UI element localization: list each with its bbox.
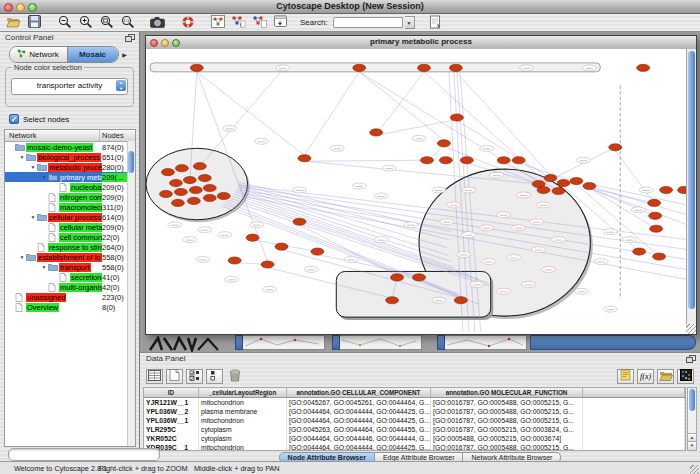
select-nodes-checkbox[interactable]: ✓: [9, 114, 19, 124]
network-node-label-chip[interactable]: [292, 187, 306, 193]
table-row[interactable]: YDR039C__1mitochondrion[GO:0044464, GO:0…: [144, 443, 685, 451]
network-node-label-chip[interactable]: [440, 219, 454, 225]
network-node-label-chip[interactable]: [552, 237, 566, 243]
new-network-from-selection-button[interactable]: [229, 15, 248, 31]
table-cell[interactable]: mitochondrion: [199, 416, 287, 425]
network-node[interactable]: [537, 186, 550, 193]
attribute-list-button[interactable]: [206, 369, 223, 384]
network-node-label-chip[interactable]: [432, 297, 446, 303]
network-node[interactable]: [413, 274, 426, 281]
background-window-sliver[interactable]: [332, 335, 422, 350]
node-color-combobox[interactable]: transporter activity ▲▼: [11, 78, 128, 95]
table-cell[interactable]: [GO:0044464, GO:0044444, GO:0044425, G..…: [287, 443, 431, 451]
table-cell[interactable]: cytoplasm: [199, 425, 287, 434]
tab-network-attribute-browser[interactable]: Network Attribute Browser: [463, 452, 561, 461]
table-cell[interactable]: YKR052C: [144, 434, 199, 443]
network-node[interactable]: [261, 261, 274, 268]
background-window-sliver[interactable]: [437, 335, 527, 350]
network-node-label-chip[interactable]: [537, 202, 551, 208]
network-node[interactable]: [660, 186, 673, 193]
table-cell[interactable]: mitochondrion: [199, 398, 287, 407]
table-cell[interactable]: [GO:0016787, GO:0005488, GO:0005215, G..…: [431, 407, 583, 416]
network-node-label-chip[interactable]: [183, 237, 197, 243]
network-node-label-chip[interactable]: [223, 125, 237, 131]
network-node[interactable]: [298, 155, 311, 162]
table-row[interactable]: YLR295Ccytoplasm[GO:0045263, GO:0044464,…: [144, 425, 685, 434]
table-scrollbar-thumb[interactable]: [689, 389, 695, 411]
table-column-header[interactable]: _cellularLayoutRegion: [199, 388, 287, 397]
network-node-label-chip[interactable]: [404, 222, 418, 228]
network-node[interactable]: [450, 114, 463, 121]
network-node[interactable]: [217, 192, 230, 199]
network-node-label-chip[interactable]: [330, 145, 344, 151]
tree-row[interactable]: ▼establishment of lo558(0): [5, 252, 135, 262]
table-row[interactable]: YPL036W__2plasma membrane[GO:0044464, GO…: [144, 407, 685, 416]
tree-row[interactable]: macromolecule311(0): [5, 202, 135, 212]
network-node[interactable]: [391, 274, 404, 281]
tab-overflow-button[interactable]: ▶: [119, 47, 131, 62]
attribute-table-header[interactable]: ID_cellularLayoutRegionannotation.GO CEL…: [144, 388, 685, 398]
attribute-table[interactable]: ID_cellularLayoutRegionannotation.GO CEL…: [143, 387, 686, 451]
tree-row[interactable]: ▼transport558(0): [5, 262, 135, 272]
table-column-header[interactable]: [583, 388, 685, 397]
network-node[interactable]: [275, 243, 288, 250]
table-row[interactable]: YPL036W__1mitochondrion[GO:0044464, GO:0…: [144, 416, 685, 425]
table-scrollbar[interactable]: ▲ ▼: [687, 387, 697, 451]
window-resize-grip[interactable]: [690, 465, 699, 474]
network-node[interactable]: [159, 190, 172, 197]
tree-row[interactable]: response to stimulu264(0): [5, 242, 135, 252]
network-node-label-chip[interactable]: [276, 65, 290, 71]
table-cell[interactable]: mitochondrion: [199, 443, 287, 451]
tree-row[interactable]: ▼cellular process614(0): [5, 212, 135, 222]
network-node[interactable]: [653, 253, 666, 260]
disclosure-triangle-icon[interactable]: ▼: [29, 214, 37, 220]
network-node[interactable]: [203, 194, 216, 201]
network-node-label-chip[interactable]: [457, 252, 471, 258]
network-node-label-chip[interactable]: [532, 247, 546, 253]
apply-layout-button[interactable]: [271, 15, 290, 31]
table-cell[interactable]: [GO:0044464, GO:0044444, GO:0044425, G..…: [287, 416, 431, 425]
zoom-fit-button[interactable]: [97, 15, 116, 31]
delete-attribute-button[interactable]: [226, 369, 243, 384]
table-cell[interactable]: YPL036W__2: [144, 407, 199, 416]
tab-edge-attribute-browser[interactable]: Edge Attribute Browser: [375, 452, 464, 461]
tree-row[interactable]: cellular metabol209(0): [5, 222, 135, 232]
table-cell[interactable]: [583, 425, 685, 434]
network-canvas-svg[interactable]: [146, 49, 687, 334]
table-row[interactable]: YJR121W__1mitochondrion[GO:0045267, GO:0…: [144, 398, 685, 407]
network-node-label-chip[interactable]: [374, 193, 388, 199]
network-node-label-chip[interactable]: [517, 192, 531, 198]
tree-row[interactable]: Overview8(0): [5, 302, 135, 312]
tree-row[interactable]: multi-organism pro42(0): [5, 282, 135, 292]
table-cell[interactable]: YJR121W__1: [144, 398, 199, 407]
table-cell[interactable]: [GO:0005488, GO:0005215, GO:0003674]: [431, 434, 583, 443]
network-node[interactable]: [174, 188, 187, 195]
network-node-label-chip[interactable]: [603, 229, 617, 235]
table-column-header[interactable]: annotation.GO MOLECULAR_FUNCTION: [431, 388, 583, 397]
network-node[interactable]: [460, 157, 473, 164]
tree-column-network[interactable]: Network: [5, 130, 100, 141]
tree-scrollbar-thumb[interactable]: [128, 151, 134, 173]
network-node-label-chip[interactable]: [507, 255, 521, 261]
table-cell[interactable]: [GO:0016787, GO:0005488, GO:0005215, G..…: [431, 416, 583, 425]
tree-row[interactable]: mosaic-demo-yeast874(0): [5, 142, 135, 152]
network-resize-grip[interactable]: [686, 324, 696, 334]
disclosure-triangle-icon[interactable]: ▼: [40, 264, 48, 270]
duplicate-network-button[interactable]: [250, 15, 269, 31]
zoom-out-button[interactable]: [55, 15, 74, 31]
combobox-stepper-icon[interactable]: ▲▼: [116, 80, 126, 91]
network-node[interactable]: [293, 218, 306, 225]
network-node[interactable]: [175, 165, 188, 172]
network-node-label-chip[interactable]: [482, 259, 496, 265]
network-node-label-chip[interactable]: [462, 187, 476, 193]
network-node[interactable]: [417, 64, 430, 71]
network-node[interactable]: [198, 175, 211, 182]
disclosure-triangle-icon[interactable]: ▼: [18, 254, 26, 260]
network-node[interactable]: [228, 257, 241, 264]
network-vertical-scrollbar[interactable]: [686, 49, 696, 334]
network-window-titlebar[interactable]: primary metabolic process: [146, 36, 696, 50]
network-node[interactable]: [557, 179, 570, 186]
network-tree-header[interactable]: Network Nodes: [5, 130, 135, 142]
network-node-label-chip[interactable]: [520, 65, 534, 71]
network-node-label-chip[interactable]: [168, 222, 182, 228]
